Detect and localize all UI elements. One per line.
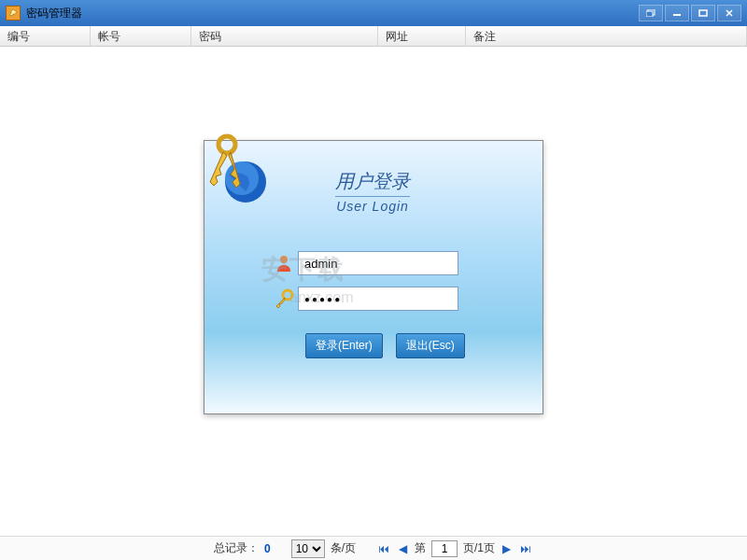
page-suffix: 页/1页 bbox=[463, 540, 495, 556]
col-header-password[interactable]: 密码 bbox=[191, 26, 378, 46]
svg-rect-1 bbox=[646, 11, 653, 17]
login-dialog: 用户登录 User Login 登录(Enter) 退出(Esc) bbox=[204, 140, 543, 414]
table-header: 编号 帐号 密码 网址 备注 bbox=[0, 26, 747, 47]
username-input[interactable] bbox=[298, 251, 458, 275]
pagination-bar: 总记录： 0 10 条/页 ⏮ ◀ 第 页/1页 ▶ ⏭ bbox=[0, 536, 747, 560]
page-number-input[interactable] bbox=[431, 540, 458, 557]
key-icon bbox=[270, 288, 298, 309]
login-form bbox=[270, 251, 458, 322]
total-label: 总记录： bbox=[214, 540, 259, 556]
svg-point-9 bbox=[280, 256, 288, 263]
col-header-url[interactable]: 网址 bbox=[378, 26, 466, 46]
content-area: 安下载 anxz.com 用户登录 User Login bbox=[0, 47, 747, 536]
minimize-button[interactable] bbox=[665, 5, 689, 21]
maximize-button[interactable] bbox=[691, 5, 715, 21]
col-header-id[interactable]: 编号 bbox=[0, 26, 91, 46]
user-icon bbox=[270, 253, 298, 273]
username-row bbox=[270, 251, 458, 275]
next-page-button[interactable]: ▶ bbox=[500, 542, 513, 555]
window-title: 密码管理器 bbox=[26, 6, 639, 21]
prev-page-button[interactable]: ◀ bbox=[397, 542, 409, 555]
close-button[interactable] bbox=[717, 5, 741, 21]
svg-point-8 bbox=[218, 136, 235, 153]
col-header-account[interactable]: 帐号 bbox=[91, 26, 191, 46]
restore-button[interactable] bbox=[639, 5, 663, 21]
password-row bbox=[270, 287, 458, 311]
login-heading: 用户登录 User Login bbox=[335, 169, 410, 214]
total-count: 0 bbox=[264, 542, 271, 555]
first-page-button[interactable]: ⏮ bbox=[376, 542, 391, 555]
per-page-select[interactable]: 10 bbox=[291, 539, 325, 558]
titlebar: 密码管理器 bbox=[0, 0, 747, 26]
login-title-cn: 用户登录 bbox=[335, 169, 410, 194]
login-buttons: 登录(Enter) 退出(Esc) bbox=[305, 333, 465, 358]
password-input[interactable] bbox=[298, 287, 458, 311]
exit-button[interactable]: 退出(Esc) bbox=[396, 333, 465, 358]
svg-rect-3 bbox=[699, 10, 707, 16]
login-title-en: User Login bbox=[335, 196, 410, 214]
per-page-suffix: 条/页 bbox=[331, 540, 356, 556]
col-header-remark[interactable]: 备注 bbox=[466, 26, 747, 46]
page-prefix: 第 bbox=[415, 540, 426, 556]
keys-globe-icon bbox=[201, 128, 279, 212]
login-button[interactable]: 登录(Enter) bbox=[305, 333, 383, 358]
last-page-button[interactable]: ⏭ bbox=[518, 542, 533, 555]
window-controls bbox=[639, 5, 741, 21]
app-icon bbox=[6, 6, 21, 21]
